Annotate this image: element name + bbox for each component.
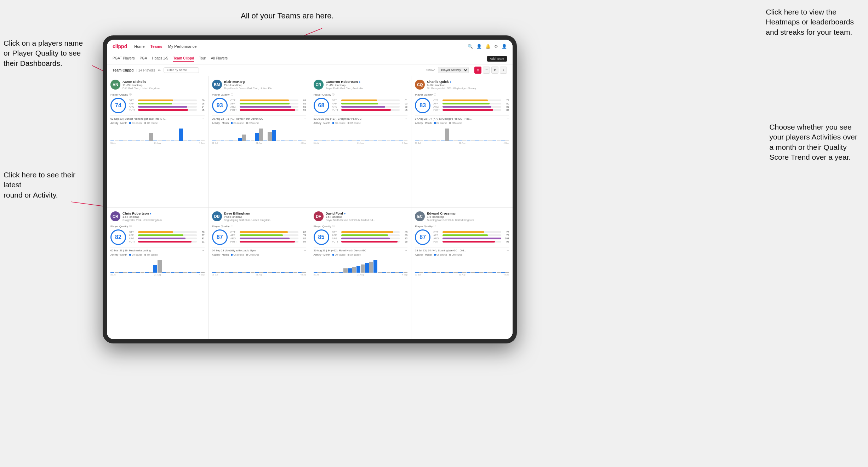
player-quality-score[interactable]: 87 — [212, 229, 228, 245]
activity-label: Activity · Month On course Off course — [415, 122, 509, 124]
player-quality-score[interactable]: 68 — [314, 98, 329, 113]
chart-date-start: 31 Jul — [415, 274, 421, 276]
stats-grid: OTT 60 APP 58 ARG 84 PUTT 85 — [129, 99, 205, 112]
player-header: CR Cameron Robertson ● 11-15 Handicap Ro… — [314, 80, 408, 90]
ott-label: OTT — [332, 231, 340, 233]
tab-hcaps[interactable]: Hcaps 1-5 — [152, 56, 169, 62]
stat-row-arg: ARG 84 — [129, 106, 205, 108]
stats-grid: OTT 89 APP 80 ARG 83 PUTT 96 — [332, 231, 408, 244]
stat-row-arg: ARG 85 — [230, 237, 306, 240]
nav-home[interactable]: Home — [134, 44, 144, 49]
mini-chart — [415, 125, 509, 141]
player-info: Charlie Quick ● 6-10 Handicap St. George… — [427, 80, 509, 90]
show-select[interactable]: Player Activity — [438, 67, 469, 73]
search-icon[interactable]: 🔍 — [468, 44, 473, 49]
putt-val: 91 — [198, 240, 205, 243]
annotation-teams: All of your Teams are here. — [241, 11, 334, 21]
player-card[interactable]: CR Chris Robertson ● 1-5 Handicap Craigm… — [107, 208, 208, 339]
player-card[interactable]: DF David Ford ● 1-5 Handicap Royal North… — [310, 208, 411, 339]
putt-label: PUTT — [129, 240, 137, 243]
list-view-button[interactable]: ☰ — [483, 67, 490, 74]
player-card[interactable]: EC Edward Crossman 1-5 Handicap Sunningd… — [411, 208, 513, 339]
latest-round[interactable]: 04 Sep 23 | Mobility with coach, Gym → — [212, 247, 306, 252]
latest-round[interactable]: 26 Aug 23 | 73 (+1), Royal North Devon G… — [212, 115, 306, 120]
add-team-button[interactable]: Add Team — [487, 56, 507, 62]
quality-content: 87 OTT 82 APP 74 ARG 85 PUT — [212, 229, 306, 245]
putt-val: 96 — [401, 240, 407, 243]
player-name[interactable]: Dave Billingham — [224, 211, 306, 215]
player-name[interactable]: Cameron Robertson ● — [326, 80, 408, 84]
stat-row-ott: OTT 84 — [230, 99, 306, 102]
putt-label: PUTT — [433, 109, 441, 111]
quality-content: 93 OTT 84 APP 85 ARG 88 PUT — [212, 98, 306, 113]
player-header: BM Blair McHarg Plus Handicap Royal Nort… — [212, 80, 306, 90]
player-info: Chris Robertson ● 1-5 Handicap Craigmill… — [122, 211, 205, 222]
player-info: David Ford ● 1-5 Handicap Royal North De… — [326, 211, 408, 222]
player-quality-score[interactable]: 87 — [415, 229, 430, 245]
player-name[interactable]: Aaron Nicholls — [122, 80, 205, 84]
latest-round[interactable]: 02 Jul 23 | 59 (+17), Craigmillar Park G… — [314, 115, 408, 120]
arg-val: 75 — [401, 106, 407, 108]
player-name[interactable]: Blair McHarg — [224, 80, 306, 84]
filter-button[interactable]: ▼ — [491, 67, 498, 74]
filter-input[interactable] — [164, 67, 199, 73]
stat-row-app: APP 79 — [433, 234, 509, 237]
top-nav: clippd Home Teams My Performance 🔍 👤 🔔 ⚙… — [107, 40, 513, 53]
sort-button[interactable]: ↕ — [500, 67, 507, 74]
player-quality-score[interactable]: 82 — [110, 229, 126, 245]
player-quality-score[interactable]: 85 — [314, 229, 329, 245]
user-avatar-icon[interactable]: 👤 — [502, 44, 507, 49]
player-header: DB Dave Billingham Plus Handicap Sog Mag… — [212, 211, 306, 222]
chart-date-mid: 21 Aug — [357, 142, 364, 144]
arg-label: ARG — [230, 237, 238, 240]
chart-date-mid: 21 Aug — [154, 142, 161, 144]
latest-round[interactable]: 18 Jul 23 | 74 (+4), Sunningdale GC - Ol… — [415, 247, 509, 252]
player-quality-score[interactable]: 83 — [415, 98, 430, 113]
tab-pgat-players[interactable]: PGAT Players — [113, 56, 135, 62]
ott-val: 60 — [198, 99, 205, 102]
tab-team-clippd[interactable]: Team Clippd — [173, 56, 194, 62]
player-name[interactable]: Edward Crossman — [427, 211, 509, 215]
player-card[interactable]: BM Blair McHarg Plus Handicap Royal Nort… — [209, 76, 310, 207]
player-quality-score[interactable]: 93 — [212, 98, 228, 113]
app-val: 80 — [503, 102, 509, 105]
ott-val: 84 — [300, 99, 306, 102]
ott-val: 89 — [401, 231, 407, 233]
settings-icon[interactable]: ⚙ — [494, 44, 498, 49]
latest-round[interactable]: 26 Aug 23 | 84 (+12), Royal North Devon … — [314, 247, 408, 252]
player-card[interactable]: CR Cameron Robertson ● 11-15 Handicap Ro… — [310, 76, 411, 207]
latest-round[interactable]: 02 Sep 23 | Sunset round to get back int… — [110, 115, 205, 120]
app-val: 79 — [503, 234, 509, 237]
chart-dates: 31 Jul 21 Aug 4 Sep — [110, 274, 205, 276]
player-card[interactable]: DB Dave Billingham Plus Handicap Sog Mag… — [209, 208, 310, 339]
stat-row-ott: OTT 60 — [129, 231, 205, 233]
view-icons: ⊞ ☰ ▼ ↕ — [474, 67, 507, 74]
activity-label: Activity · Month On course Off course — [212, 122, 306, 124]
latest-round[interactable]: 05 Mar 23 | 19, Must make putting → — [110, 247, 205, 252]
latest-round[interactable]: 07 Aug 23 | 77 (+7), St George's Hill GC… — [415, 115, 509, 120]
quality-label: Player Quality ⓘ — [110, 224, 205, 228]
profile-icon[interactable]: 👤 — [476, 44, 482, 49]
tab-all-players[interactable]: All Players — [211, 56, 228, 62]
putt-bar-bg — [240, 241, 298, 243]
nav-teams[interactable]: Teams — [150, 44, 162, 49]
notifications-icon[interactable]: 🔔 — [485, 44, 491, 49]
player-name[interactable]: Charlie Quick ● — [427, 80, 509, 84]
stats-grid: OTT 84 APP 85 ARG 88 PUTT 95 — [230, 99, 306, 112]
arg-label: ARG — [433, 106, 441, 108]
app-bar-bg — [240, 234, 298, 236]
player-grid: AN Aaron Nicholls 11-15 Handicap Drift G… — [107, 76, 513, 339]
stat-row-putt: PUTT 94 — [230, 240, 306, 243]
player-name[interactable]: Chris Robertson ● — [122, 211, 205, 215]
tab-tour[interactable]: Tour — [199, 56, 206, 62]
arg-bar-bg — [341, 238, 400, 239]
player-card[interactable]: AN Aaron Nicholls 11-15 Handicap Drift G… — [107, 76, 208, 207]
nav-my-performance[interactable]: My Performance — [168, 44, 197, 49]
edit-icon[interactable]: ✏ — [158, 68, 161, 72]
grid-view-button[interactable]: ⊞ — [474, 67, 481, 74]
player-name[interactable]: David Ford ● — [326, 211, 408, 215]
player-card[interactable]: CQ Charlie Quick ● 6-10 Handicap St. Geo… — [411, 76, 513, 207]
player-handicap: 1-5 Handicap — [326, 215, 408, 218]
tab-pga[interactable]: PGA — [139, 56, 147, 62]
player-quality-score[interactable]: 74 — [110, 98, 126, 113]
